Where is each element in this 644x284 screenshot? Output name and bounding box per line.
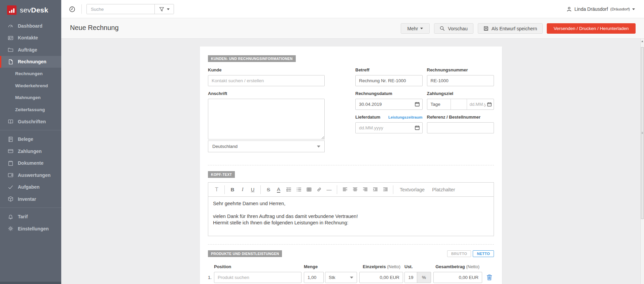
preview-button[interactable]: Vorschau xyxy=(434,23,473,34)
document-icon xyxy=(8,59,13,65)
indent-icon[interactable] xyxy=(371,185,380,194)
gesamtbetrag-input[interactable] xyxy=(433,272,482,283)
scroll-up-arrow-icon[interactable] xyxy=(641,40,643,42)
kopf-text-editor[interactable]: Sehr geehrte Damen und Herren, vielen Da… xyxy=(208,197,494,236)
sidebar-item-kontakte[interactable]: Kontakte xyxy=(0,32,61,44)
strikethrough-button[interactable]: S xyxy=(264,185,273,194)
delete-row-button[interactable] xyxy=(487,274,494,281)
zahlungsziel-tage-label: Tage xyxy=(427,99,451,109)
sidebar-item-tarif[interactable]: Tarif xyxy=(0,211,61,223)
checkmark-icon xyxy=(8,184,13,190)
chevron-down-icon xyxy=(420,28,423,29)
row-index: 1. xyxy=(208,275,214,280)
editor-line: Sehr geehrte Damen und Herren, xyxy=(213,200,489,207)
zahlungsziel-tage-input[interactable] xyxy=(451,99,467,109)
sidebar-item-auftraege[interactable]: Aufträge xyxy=(0,44,61,56)
kunde-label: Kunde xyxy=(208,67,325,72)
font-color-button[interactable]: A xyxy=(274,185,283,194)
sidebar-subitem-wiederkehrend[interactable]: Wiederkehrend xyxy=(0,80,61,92)
rechnungsnummer-input[interactable] xyxy=(427,75,494,86)
sidebar-item-gutschriften[interactable]: Gutschriften xyxy=(0,116,61,128)
outdent-icon[interactable] xyxy=(381,185,390,194)
ust-group: % xyxy=(404,272,431,283)
header-actions: Mehr Vorschau Als Entwurf speichern Vers… xyxy=(401,23,636,34)
user-name: Linda Dräusdorf xyxy=(574,6,608,12)
product-search-input[interactable] xyxy=(214,272,301,283)
bullet-list-icon[interactable] xyxy=(294,185,303,194)
leistungszeitraum-link[interactable]: Leistungszeitraum xyxy=(388,115,423,119)
save-draft-button[interactable]: Als Entwurf speichern xyxy=(478,23,543,34)
align-center-icon[interactable] xyxy=(351,185,359,194)
more-button[interactable]: Mehr xyxy=(401,23,430,34)
percent-toggle[interactable]: % xyxy=(417,272,431,283)
kunde-input[interactable] xyxy=(208,75,325,86)
bold-button[interactable]: B xyxy=(228,185,237,194)
sidebar-subitem-rechnungen[interactable]: Rechnungen xyxy=(0,68,61,80)
cube-icon xyxy=(8,196,13,202)
netto-toggle-button[interactable]: NETTO xyxy=(473,250,494,257)
content-area: KUNDEN- UND RECHNUNGSINFORMATIONEN Kunde… xyxy=(61,39,644,284)
anschrift-textarea[interactable] xyxy=(208,99,325,139)
brutto-toggle-button[interactable]: BRUTTO xyxy=(447,250,471,257)
menge-input[interactable] xyxy=(304,272,324,283)
ust-input[interactable] xyxy=(405,272,417,283)
link-icon[interactable] xyxy=(315,185,323,194)
scrollbar-grip xyxy=(642,132,643,134)
lieferdatum-input[interactable] xyxy=(355,122,423,133)
sidebar-item-belege[interactable]: Belege xyxy=(0,133,61,146)
underline-button[interactable]: U xyxy=(248,185,257,194)
search-icon xyxy=(440,26,445,31)
section-divider xyxy=(208,244,494,245)
chevron-down-icon xyxy=(350,277,353,279)
page-header: Neue Rechnung Mehr Vorschau Als Entwurf … xyxy=(61,18,644,39)
clock-icon[interactable] xyxy=(69,6,75,12)
calendar-icon[interactable] xyxy=(487,102,492,108)
sidebar-item-einstellungen[interactable]: Einstellungen xyxy=(0,223,61,235)
einzelpreis-input[interactable] xyxy=(359,272,403,283)
align-left-icon[interactable] xyxy=(341,185,349,194)
search-filter-button[interactable] xyxy=(154,4,174,14)
referenz-input[interactable] xyxy=(427,122,494,133)
sidebar-item-zahlungen[interactable]: Zahlungen xyxy=(0,145,61,157)
user-menu[interactable]: Linda Dräusdorf (Dräusdorf) xyxy=(566,0,635,18)
user-icon xyxy=(566,6,572,12)
sidebar-item-dashboard[interactable]: Dashboard xyxy=(0,20,61,32)
search-input[interactable] xyxy=(87,4,154,14)
sevdesk-logo-icon xyxy=(7,5,16,15)
sidebar-item-aufgaben[interactable]: Aufgaben xyxy=(0,181,61,193)
format-text-button[interactable]: T xyxy=(212,185,221,194)
rechnungsdatum-input[interactable] xyxy=(355,99,423,110)
unit-select[interactable]: Stk xyxy=(325,272,357,283)
align-right-icon[interactable] xyxy=(361,185,369,194)
sidebar-item-dokumente[interactable]: Dokumente xyxy=(0,157,61,169)
sidebar-item-rechnungen[interactable]: Rechnungen xyxy=(0,56,61,68)
scrollbar-thumb[interactable] xyxy=(641,47,644,219)
vertical-scrollbar[interactable] xyxy=(640,39,644,284)
zahlungsziel-date-field xyxy=(467,99,494,109)
sidebar-item-auswertungen[interactable]: Auswertungen xyxy=(0,169,61,181)
editor-line: vielen Dank für Ihren Auftrag und das da… xyxy=(213,213,489,220)
calendar-icon[interactable] xyxy=(415,125,420,132)
platzhalter-button[interactable]: Platzhalter xyxy=(432,187,455,192)
gear-icon xyxy=(8,226,13,231)
sidebar-subitem-zeiterfassung[interactable]: Zeiterfassung xyxy=(0,104,61,116)
ordered-list-icon[interactable] xyxy=(284,185,293,194)
zahlungsziel-group: Tage xyxy=(427,99,494,110)
brutto-netto-toggle: BRUTTO NETTO xyxy=(447,250,494,257)
funnel-icon xyxy=(159,7,164,12)
app-logo[interactable]: sevDesk xyxy=(0,0,61,15)
send-print-download-button[interactable]: Versenden / Drucken / Herunterladen xyxy=(547,23,636,34)
sidebar-item-inventar[interactable]: Inventar xyxy=(0,193,61,205)
table-icon[interactable] xyxy=(305,185,313,194)
sidebar-subitem-mahnungen[interactable]: Mahnungen xyxy=(0,92,61,104)
calendar-icon[interactable] xyxy=(415,101,420,108)
zahlungsziel-label: Zahlungsziel xyxy=(427,91,494,96)
section-title-produkte: PRODUKTE UND DIENSTLEISTUNGEN xyxy=(208,250,282,257)
section-title-customer-invoice-info: KUNDEN- UND RECHNUNGSINFORMATIONEN xyxy=(208,55,296,62)
italic-button[interactable]: I xyxy=(238,185,247,194)
betreff-input[interactable] xyxy=(355,75,423,86)
land-select[interactable]: Deutschland xyxy=(208,140,325,152)
textvorlage-button[interactable]: Textvorlage xyxy=(400,187,425,192)
horizontal-rule-button[interactable]: — xyxy=(325,185,333,194)
lieferdatum-label: Lieferdatum xyxy=(355,115,380,120)
